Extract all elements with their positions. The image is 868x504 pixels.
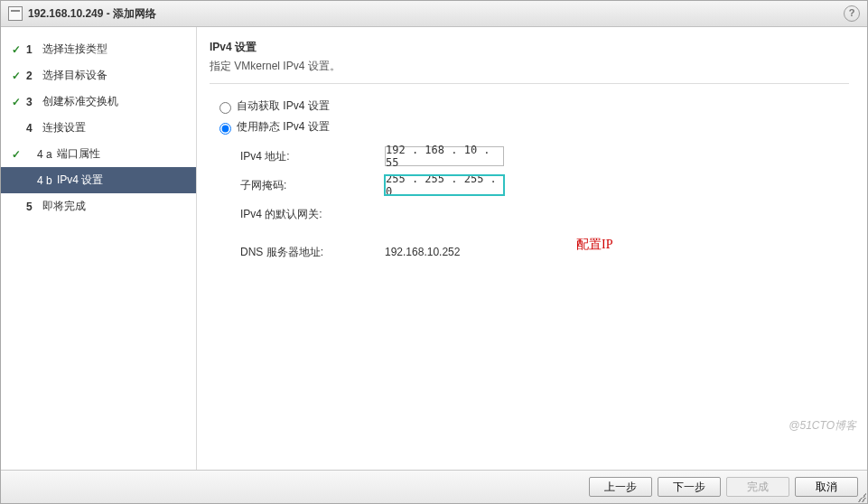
- check-icon: ✓: [10, 96, 23, 108]
- step-number: 1: [26, 43, 42, 56]
- resize-grip-icon[interactable]: [857, 493, 866, 502]
- subnet-mask-label: 子网掩码:: [240, 178, 385, 193]
- check-icon: ✓: [10, 148, 23, 161]
- panel-title: IPv4 设置: [210, 40, 849, 55]
- step-3[interactable]: ✓ 3 创建标准交换机: [1, 89, 196, 115]
- radio-auto-input[interactable]: [219, 102, 231, 114]
- radio-auto-label: 自动获取 IPv4 设置: [237, 98, 330, 114]
- subnet-mask-input[interactable]: 255 . 255 . 255 . 0: [385, 175, 504, 195]
- step-number: 5: [26, 201, 42, 213]
- substep-4b[interactable]: 4 b IPv4 设置: [1, 167, 196, 193]
- annotation-text: 配置IP: [576, 237, 612, 253]
- help-icon[interactable]: ?: [844, 5, 860, 22]
- step-number: 2: [26, 70, 42, 82]
- ipv4-address-input[interactable]: 192 . 168 . 10 . 55: [385, 146, 504, 166]
- step-5[interactable]: ✓ 5 即将完成: [1, 193, 196, 219]
- check-icon: ✓: [10, 201, 23, 213]
- step-label: 即将完成: [42, 199, 86, 214]
- row-ipv4-address: IPv4 地址: 192 . 168 . 10 . 55: [240, 144, 849, 169]
- radio-static-input[interactable]: [219, 123, 231, 135]
- check-icon: ✓: [10, 43, 23, 56]
- step-number: 3: [26, 96, 42, 108]
- step-number: 4: [26, 122, 42, 135]
- wizard-window: 192.168.10.249 - 添加网络 ? ✓ 1 选择连接类型 ✓ 2 选…: [0, 0, 868, 504]
- step-label: 选择连接类型: [42, 42, 107, 57]
- substep-number: 4 b: [37, 174, 57, 187]
- separator: [210, 83, 849, 84]
- check-icon: ✓: [10, 122, 23, 135]
- radio-static-label: 使用静态 IPv4 设置: [237, 119, 330, 135]
- step-2[interactable]: ✓ 2 选择目标设备: [1, 62, 196, 89]
- watermark: @51CTO博客: [789, 418, 856, 434]
- finish-button: 完成: [726, 477, 789, 497]
- dns-server-value: 192.168.10.252: [385, 246, 460, 258]
- back-button[interactable]: 上一步: [589, 477, 652, 497]
- panel-subtitle: 指定 VMkernel IPv4 设置。: [210, 59, 849, 74]
- wizard-body: ✓ 1 选择连接类型 ✓ 2 选择目标设备 ✓ 3 创建标准交换机 ✓ 4 连接…: [1, 27, 867, 470]
- host-icon: [8, 6, 23, 21]
- substep-4a[interactable]: ✓ 4 a 端口属性: [1, 141, 196, 167]
- steps-sidebar: ✓ 1 选择连接类型 ✓ 2 选择目标设备 ✓ 3 创建标准交换机 ✓ 4 连接…: [1, 27, 197, 470]
- check-icon: ✓: [10, 70, 23, 82]
- step-4[interactable]: ✓ 4 连接设置: [1, 115, 196, 141]
- substep-label: IPv4 设置: [57, 173, 103, 188]
- radio-auto-ipv4[interactable]: 自动获取 IPv4 设置: [210, 98, 849, 114]
- content-panel: IPv4 设置 指定 VMkernel IPv4 设置。 自动获取 IPv4 设…: [197, 27, 867, 470]
- substep-number: 4 a: [37, 148, 57, 161]
- row-subnet-mask: 子网掩码: 255 . 255 . 255 . 0: [240, 173, 849, 198]
- step-label: 选择目标设备: [42, 68, 107, 83]
- dns-server-label: DNS 服务器地址:: [240, 245, 385, 260]
- ipv4-address-label: IPv4 地址:: [240, 149, 385, 164]
- static-ipv4-fields: IPv4 地址: 192 . 168 . 10 . 55 子网掩码: 255 .…: [210, 144, 849, 265]
- step-label: 创建标准交换机: [42, 94, 118, 109]
- cancel-button[interactable]: 取消: [795, 477, 858, 497]
- footer: 上一步 下一步 完成 取消: [1, 470, 867, 503]
- default-gateway-label: IPv4 的默认网关:: [240, 207, 385, 222]
- substep-label: 端口属性: [57, 146, 100, 162]
- titlebar: 192.168.10.249 - 添加网络 ?: [1, 1, 867, 27]
- row-dns-server: DNS 服务器地址: 192.168.10.252: [240, 239, 849, 265]
- row-default-gateway: IPv4 的默认网关:: [240, 201, 849, 227]
- step-1[interactable]: ✓ 1 选择连接类型: [1, 36, 196, 62]
- radio-static-ipv4[interactable]: 使用静态 IPv4 设置: [210, 119, 849, 135]
- window-title: 192.168.10.249 - 添加网络: [28, 6, 156, 22]
- next-button[interactable]: 下一步: [658, 477, 721, 497]
- step-label: 连接设置: [42, 120, 86, 135]
